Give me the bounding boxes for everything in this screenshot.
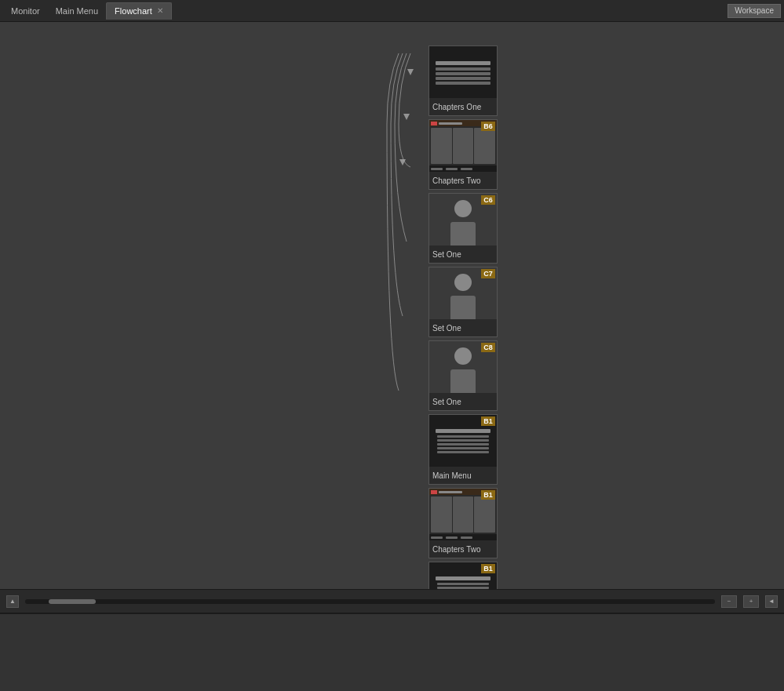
thumb-menu-1 bbox=[429, 46, 497, 98]
tab-main-menu-label: Main Menu bbox=[56, 6, 98, 16]
thumb-ch-7b bbox=[453, 496, 474, 533]
thumb-flag-7 bbox=[431, 490, 437, 494]
card-thumbnail-2: B6 bbox=[429, 120, 497, 172]
tab-flowchart[interactable]: Flowchart ✕ bbox=[106, 2, 172, 20]
thumb-item-6b bbox=[437, 439, 489, 442]
thumb-bottom-7 bbox=[429, 534, 497, 540]
thumb-grid-7 bbox=[429, 495, 497, 534]
thumb-item-6c bbox=[437, 443, 489, 446]
card-main-menu-b1-second[interactable]: B1 Main Menu bbox=[428, 562, 498, 589]
thumb-head-5 bbox=[454, 347, 472, 365]
thumb-btext-2c bbox=[461, 168, 472, 170]
thumb-grid-2 bbox=[429, 126, 497, 165]
thumb-item-8b bbox=[437, 587, 489, 589]
thumb-item-6e bbox=[437, 451, 489, 453]
scroll-up-button[interactable]: ▲ bbox=[6, 595, 19, 608]
thumb-item-1c bbox=[436, 77, 490, 80]
card-set-one-c6[interactable]: C6 Set One bbox=[428, 193, 498, 264]
card-thumbnail-6: B1 bbox=[429, 415, 497, 467]
thumb-title-6 bbox=[436, 429, 490, 433]
tab-close-icon[interactable]: ✕ bbox=[157, 6, 163, 15]
card-badge-2: B6 bbox=[481, 122, 495, 131]
thumb-item-1a bbox=[436, 67, 490, 71]
flowchart-area: Chapters One bbox=[0, 22, 784, 589]
cards-column: Chapters One bbox=[428, 45, 498, 589]
thumb-head-4 bbox=[454, 274, 472, 291]
thumb-body-3 bbox=[450, 222, 476, 245]
svg-marker-0 bbox=[407, 69, 414, 75]
thumb-btext-7c bbox=[461, 536, 472, 539]
thumb-item-1d bbox=[436, 82, 490, 85]
thumb-ch-item-2a bbox=[431, 128, 452, 164]
thumb-item-1b bbox=[436, 72, 490, 75]
card-thumbnail-5: C8 bbox=[429, 341, 497, 393]
card-thumbnail-4: C7 bbox=[429, 267, 497, 319]
tab-flowchart-label: Flowchart bbox=[115, 6, 152, 16]
card-badge-4: C7 bbox=[481, 269, 495, 278]
scroll-track[interactable] bbox=[25, 599, 715, 604]
zoom-in-button[interactable]: + bbox=[743, 595, 759, 608]
card-set-one-c7[interactable]: C7 Set One bbox=[428, 267, 498, 337]
thumb-flag-2 bbox=[431, 122, 437, 125]
card-label-6: Main Menu bbox=[429, 467, 497, 484]
card-main-menu-b1-first[interactable]: B1 Main Menu bbox=[428, 414, 498, 485]
tab-main-menu[interactable]: Main Menu bbox=[48, 2, 106, 20]
thumb-ch-item-2b bbox=[453, 128, 474, 164]
thumb-item-6a bbox=[437, 435, 489, 438]
card-thumbnail-7: B1 bbox=[429, 489, 497, 540]
card-label-1: Chapters One bbox=[429, 98, 497, 115]
zoom-out-button[interactable]: − bbox=[721, 595, 737, 608]
thumb-bottom-2 bbox=[429, 165, 497, 172]
card-badge-6: B1 bbox=[481, 416, 495, 426]
card-badge-5: C8 bbox=[481, 343, 495, 352]
tab-monitor[interactable]: Monitor bbox=[3, 2, 48, 20]
card-chapters-one-first[interactable]: Chapters One bbox=[428, 45, 498, 116]
card-thumbnail-1 bbox=[429, 46, 497, 98]
svg-marker-1 bbox=[403, 114, 410, 120]
thumb-ch-7c bbox=[474, 496, 495, 533]
tab-monitor-label: Monitor bbox=[11, 6, 40, 16]
thumb-ch-item-2c bbox=[474, 128, 495, 164]
card-badge-8: B1 bbox=[481, 564, 495, 573]
svg-marker-2 bbox=[399, 159, 406, 165]
card-label-4: Set One bbox=[429, 319, 497, 336]
thumb-title-7 bbox=[439, 491, 462, 493]
thumb-ch-7a bbox=[431, 496, 452, 533]
thumb-body-5 bbox=[450, 369, 476, 393]
lower-panel bbox=[0, 613, 784, 691]
card-thumbnail-3: C6 bbox=[429, 194, 497, 245]
thumb-btext-2b bbox=[446, 168, 458, 170]
thumb-body-4 bbox=[450, 296, 476, 319]
card-label-2: Chapters Two bbox=[429, 172, 497, 189]
thumb-head-3 bbox=[454, 200, 472, 217]
card-set-one-c8[interactable]: C8 Set One bbox=[428, 340, 498, 411]
thumb-btext-2a bbox=[431, 168, 443, 170]
thumb-btext-7a bbox=[431, 536, 443, 539]
scroll-left-button[interactable]: ◄ bbox=[765, 595, 778, 608]
workspace-button[interactable]: Workspace bbox=[727, 4, 781, 18]
card-badge-3: C6 bbox=[481, 195, 495, 205]
thumb-title-8 bbox=[436, 576, 490, 580]
scroll-thumb[interactable] bbox=[49, 599, 96, 604]
card-chapters-two-b6[interactable]: B6 Chapters Two bbox=[428, 119, 498, 190]
card-label-3: Set One bbox=[429, 245, 497, 263]
card-label-5: Set One bbox=[429, 393, 497, 410]
card-chapters-two-b1[interactable]: B1 Chapters Two bbox=[428, 488, 498, 558]
scrollbar-area: ▲ − + ◄ bbox=[0, 589, 784, 613]
card-badge-7: B1 bbox=[481, 490, 495, 500]
thumb-item-6d bbox=[437, 447, 489, 449]
card-thumbnail-8: B1 bbox=[429, 562, 497, 589]
thumb-title-1 bbox=[436, 61, 490, 65]
thumb-item-8a bbox=[437, 583, 489, 585]
thumb-btext-7b bbox=[446, 536, 458, 539]
top-bar: Monitor Main Menu Flowchart ✕ Workspace bbox=[0, 0, 784, 22]
card-label-7: Chapters Two bbox=[429, 540, 497, 558]
